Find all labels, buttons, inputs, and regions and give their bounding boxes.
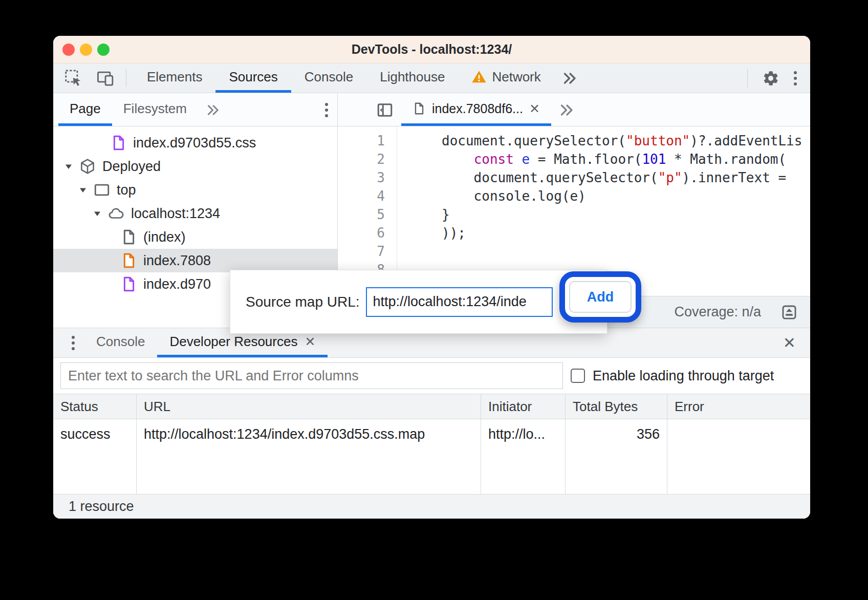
chevron-double-right-icon bbox=[206, 104, 221, 116]
deployed-cube-icon bbox=[79, 158, 96, 175]
devtools-window: DevTools - localhost:1234/ Elements Sour… bbox=[53, 36, 810, 519]
search-input[interactable] bbox=[60, 362, 563, 389]
toolbar-divider bbox=[126, 69, 126, 87]
source-map-dialog: Source map URL: bbox=[230, 270, 607, 334]
tab-lighthouse[interactable]: Lighthouse bbox=[366, 63, 458, 93]
chevron-expanded-icon[interactable] bbox=[64, 163, 73, 170]
close-drawer-icon[interactable]: ✕ bbox=[783, 328, 810, 357]
window-title: DevTools - localhost:1234/ bbox=[352, 42, 512, 57]
cloud-icon bbox=[107, 205, 125, 222]
file-icon bbox=[121, 229, 137, 245]
tree-item-deployed[interactable]: Deployed bbox=[53, 155, 337, 178]
zoom-window-button[interactable] bbox=[97, 44, 110, 56]
source-map-url-label: Source map URL: bbox=[246, 294, 360, 310]
column-header-error: Error bbox=[667, 394, 810, 419]
close-window-button[interactable] bbox=[62, 44, 75, 56]
source-map-url-input[interactable] bbox=[366, 287, 553, 317]
tab-network[interactable]: Network bbox=[458, 63, 554, 93]
code-line: 4 console.log(e) bbox=[338, 187, 810, 205]
warning-icon bbox=[471, 69, 487, 84]
settings-gear-icon[interactable] bbox=[762, 70, 779, 87]
drawer-tab-console[interactable]: Console bbox=[84, 328, 157, 357]
code-line: 2 const e = Math.floor(101 * Math.random… bbox=[338, 150, 810, 168]
main-toolbar: Elements Sources Console Lighthouse Netw… bbox=[53, 63, 810, 93]
file-icon bbox=[111, 135, 127, 151]
cell-total-bytes: 356 bbox=[566, 419, 667, 494]
tab-page[interactable]: Page bbox=[58, 94, 112, 126]
more-navigator-tabs-button[interactable] bbox=[198, 94, 229, 126]
main-menu-kebab-icon[interactable] bbox=[794, 71, 797, 85]
column-header-initiator: Initiator bbox=[481, 394, 566, 419]
minimize-window-button[interactable] bbox=[80, 44, 92, 56]
close-drawer-tab-icon[interactable]: ✕ bbox=[305, 335, 315, 348]
code-line: 3 document.querySelector("p").innerText … bbox=[338, 168, 810, 187]
resource-count: 1 resource bbox=[69, 499, 134, 515]
tree-item-script-selected[interactable]: index.7808 bbox=[53, 249, 337, 272]
add-button[interactable]: Add bbox=[569, 281, 632, 313]
file-icon bbox=[121, 276, 137, 292]
tree-item-css-file[interactable]: index.d9703d55.css bbox=[53, 131, 337, 155]
inspect-element-icon[interactable] bbox=[64, 69, 83, 88]
cell-error bbox=[667, 419, 810, 494]
traffic-lights bbox=[62, 36, 110, 63]
chevron-double-right-icon bbox=[562, 72, 578, 84]
column-header-total-bytes: Total Bytes bbox=[566, 394, 667, 419]
toolbar-divider bbox=[747, 69, 748, 88]
chevron-expanded-icon[interactable] bbox=[79, 187, 87, 194]
add-button-highlight-ring: Add bbox=[559, 271, 641, 323]
code-line: 6)); bbox=[338, 224, 810, 242]
table-header: Status URL Initiator Total Bytes Error bbox=[53, 394, 810, 419]
close-tab-icon[interactable]: ✕ bbox=[529, 102, 540, 115]
cell-url: http://localhost:1234/index.d9703d55.css… bbox=[137, 419, 481, 494]
navigator-menu-kebab-icon[interactable] bbox=[316, 94, 337, 126]
more-editor-tabs-button[interactable] bbox=[551, 94, 583, 126]
checkbox-label[interactable]: Enable loading through target bbox=[593, 358, 774, 394]
file-icon bbox=[413, 102, 426, 115]
code-line: 5} bbox=[338, 205, 810, 224]
drawer: Console Developer Resources ✕ ✕ Enable l… bbox=[53, 328, 810, 519]
code-line: 1document.querySelector("button")?.addEv… bbox=[338, 132, 810, 150]
coverage-status: Coverage: n/a bbox=[674, 304, 761, 320]
column-header-url: URL bbox=[137, 394, 481, 419]
device-toolbar-icon[interactable] bbox=[96, 69, 115, 88]
titlebar: DevTools - localhost:1234/ bbox=[53, 36, 810, 63]
editor-tabbar: index.7808df6... ✕ bbox=[338, 94, 810, 126]
more-panels-button[interactable] bbox=[554, 63, 586, 93]
tree-item-origin[interactable]: localhost:1234 bbox=[53, 202, 337, 225]
tab-filesystem[interactable]: Filesystem bbox=[112, 94, 198, 126]
enable-loading-checkbox[interactable] bbox=[571, 369, 585, 383]
file-icon bbox=[121, 252, 137, 269]
cell-status: success bbox=[53, 419, 137, 494]
chevron-double-right-icon bbox=[559, 104, 575, 116]
toggle-navigator-panel-icon[interactable] bbox=[376, 94, 394, 126]
code-line: 7 bbox=[338, 242, 810, 261]
tree-item-index-document[interactable]: (index) bbox=[53, 225, 337, 249]
tab-elements[interactable]: Elements bbox=[134, 63, 215, 93]
column-header-status: Status bbox=[53, 394, 137, 419]
tab-sources[interactable]: Sources bbox=[215, 63, 291, 93]
cell-initiator: http://lo... bbox=[481, 419, 566, 494]
navigator-tabbar: Page Filesystem bbox=[53, 94, 337, 126]
tab-console[interactable]: Console bbox=[291, 63, 366, 93]
load-source-map-icon[interactable] bbox=[780, 304, 798, 321]
editor-tab-index-js[interactable]: index.7808df6... ✕ bbox=[401, 94, 551, 126]
drawer-footer: 1 resource bbox=[53, 494, 810, 519]
drawer-toolbar: Enable loading through target bbox=[53, 358, 810, 394]
tree-item-top-frame[interactable]: top bbox=[53, 178, 337, 202]
drawer-menu-kebab-icon[interactable] bbox=[62, 328, 84, 357]
chevron-expanded-icon[interactable] bbox=[93, 210, 101, 217]
frame-icon bbox=[93, 181, 111, 199]
table-row[interactable]: success http://localhost:1234/index.d970… bbox=[53, 419, 810, 494]
